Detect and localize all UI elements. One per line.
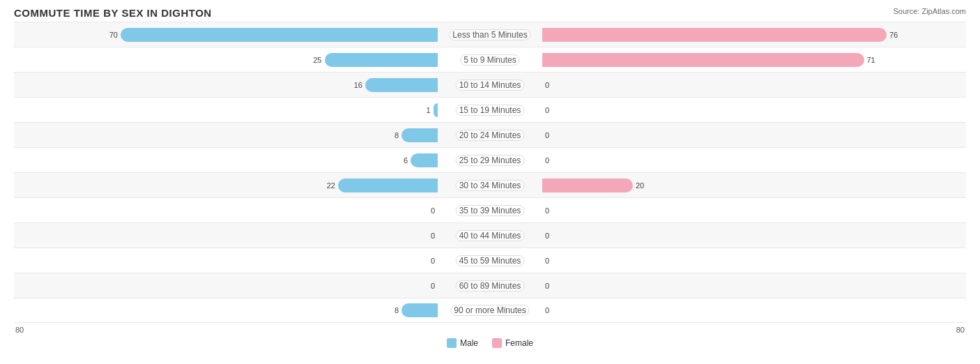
bar-row: 70 Less than 5 Minutes 76 — [14, 22, 966, 47]
male-bar — [365, 78, 438, 92]
male-bar — [121, 28, 438, 42]
male-value: 70 — [109, 31, 118, 39]
center-label: 15 to 19 Minutes — [456, 105, 525, 116]
source-text: Source: ZipAtlas.com — [893, 7, 966, 15]
female-side: 20 — [542, 179, 644, 192]
female-value: 0 — [545, 206, 549, 215]
row-inner: 8 20 to 24 Minutes 0 — [14, 123, 966, 147]
male-bar — [434, 103, 438, 117]
female-side: 0 — [542, 128, 549, 142]
row-inner: 0 60 to 89 Minutes 0 — [14, 273, 966, 298]
center-label: 30 to 34 Minutes — [456, 180, 525, 191]
bar-row: 22 30 to 34 Minutes 20 — [14, 172, 966, 197]
female-side: 0 — [542, 254, 549, 268]
male-value: 0 — [431, 232, 435, 240]
female-value: 0 — [545, 81, 549, 89]
male-value: 8 — [395, 306, 399, 314]
female-value: 20 — [636, 181, 644, 190]
male-value: 0 — [431, 257, 435, 265]
center-label: 40 to 44 Minutes — [456, 230, 525, 241]
female-value: 0 — [545, 106, 549, 114]
female-value: 0 — [545, 156, 549, 165]
male-side: 70 — [109, 28, 438, 42]
bar-row: 1 15 to 19 Minutes 0 — [14, 97, 966, 122]
male-value: 0 — [431, 282, 435, 290]
bar-row: 16 10 to 14 Minutes 0 — [14, 72, 966, 97]
legend-female: Female — [492, 338, 533, 348]
male-side: 8 — [395, 303, 438, 317]
legend-male: Male — [447, 338, 478, 348]
male-side: 16 — [354, 78, 438, 92]
legend: Male Female — [14, 338, 966, 348]
female-value: 0 — [545, 257, 549, 265]
row-inner: 0 45 to 59 Minutes 0 — [14, 248, 966, 273]
female-side: 0 — [542, 279, 549, 293]
female-value: 0 — [545, 232, 549, 240]
chart-title: COMMUTE TIME BY SEX IN DIGHTON — [14, 7, 212, 19]
bar-row: 0 45 to 59 Minutes 0 — [14, 248, 966, 273]
axis-left: 80 — [15, 326, 24, 334]
female-side: 0 — [542, 103, 549, 117]
male-bar — [411, 153, 438, 167]
female-side: 0 — [542, 204, 549, 218]
male-bar — [338, 179, 438, 192]
male-side: 6 — [404, 153, 438, 167]
female-value: 71 — [867, 56, 875, 64]
center-label: 10 to 14 Minutes — [456, 79, 525, 91]
center-label: Less than 5 Minutes — [449, 29, 530, 40]
legend-male-box — [447, 338, 457, 348]
bar-row: 25 5 to 9 Minutes 71 — [14, 47, 966, 72]
legend-female-label: Female — [505, 338, 533, 348]
row-inner: 6 25 to 29 Minutes 0 — [14, 148, 966, 172]
female-value: 0 — [545, 131, 549, 139]
male-side: 25 — [313, 53, 438, 67]
center-label: 5 to 9 Minutes — [460, 54, 519, 66]
center-label: 60 to 89 Minutes — [456, 280, 525, 291]
center-label: 90 or more Minutes — [450, 305, 529, 316]
male-bar — [401, 303, 438, 317]
female-bar — [542, 53, 864, 67]
bar-row: 8 20 to 24 Minutes 0 — [14, 122, 966, 147]
female-bar — [542, 28, 887, 42]
female-value: 0 — [545, 282, 549, 290]
axis-right: 80 — [956, 326, 965, 334]
male-side: 8 — [395, 128, 438, 142]
center-label: 35 to 39 Minutes — [456, 205, 525, 216]
male-value: 8 — [395, 131, 399, 139]
male-bar — [401, 128, 438, 142]
male-side: 0 — [431, 229, 438, 243]
male-bar — [325, 53, 438, 67]
center-label: 45 to 59 Minutes — [456, 255, 525, 266]
row-inner: 70 Less than 5 Minutes 76 — [14, 22, 966, 47]
female-side: 71 — [542, 53, 875, 67]
female-side: 0 — [542, 153, 549, 167]
row-inner: 0 40 to 44 Minutes 0 — [14, 223, 966, 248]
female-side: 0 — [542, 78, 549, 92]
female-side: 0 — [542, 229, 549, 243]
bar-row: 0 60 to 89 Minutes 0 — [14, 273, 966, 298]
bar-row: 8 90 or more Minutes 0 — [14, 298, 966, 323]
male-side: 22 — [327, 179, 438, 192]
female-side: 0 — [542, 303, 549, 317]
row-inner: 25 5 to 9 Minutes 71 — [14, 47, 966, 72]
female-value: 0 — [545, 306, 549, 314]
male-value: 22 — [327, 181, 335, 190]
male-value: 16 — [354, 81, 362, 89]
row-inner: 8 90 or more Minutes 0 — [14, 298, 966, 322]
male-side: 1 — [426, 103, 438, 117]
axis-labels: 80 80 — [14, 326, 966, 334]
male-value: 6 — [404, 156, 408, 165]
row-inner: 0 35 to 39 Minutes 0 — [14, 198, 966, 222]
legend-female-box — [492, 338, 502, 348]
female-value: 76 — [889, 31, 898, 39]
center-label: 25 to 29 Minutes — [456, 155, 525, 166]
bar-row: 6 25 to 29 Minutes 0 — [14, 147, 966, 172]
male-side: 0 — [431, 204, 438, 218]
female-bar — [542, 179, 633, 192]
male-value: 1 — [426, 106, 430, 114]
bar-row: 0 40 to 44 Minutes 0 — [14, 222, 966, 248]
male-side: 0 — [431, 279, 438, 293]
row-inner: 1 15 to 19 Minutes 0 — [14, 98, 966, 122]
chart-area: 70 Less than 5 Minutes 76 25 5 to 9 Minu… — [14, 22, 966, 323]
row-inner: 16 10 to 14 Minutes 0 — [14, 73, 966, 97]
